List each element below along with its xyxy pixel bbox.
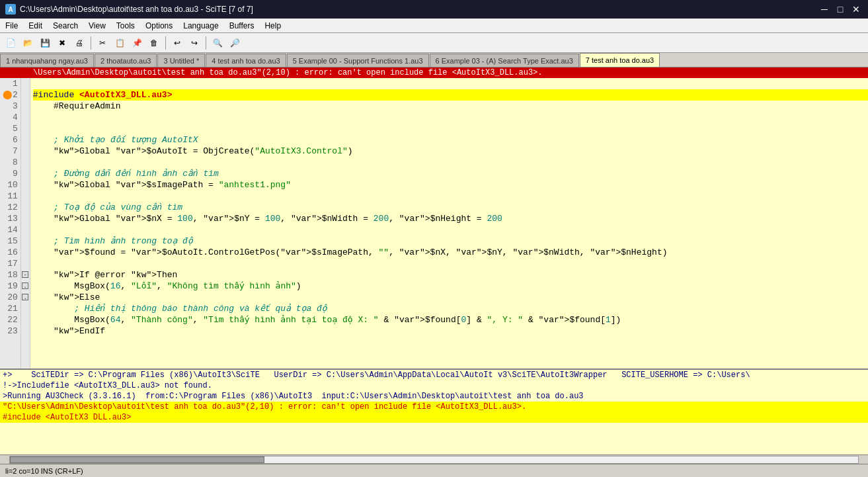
fold-marker-1 (21, 78, 30, 89)
fold-marker-4 (21, 112, 30, 123)
code-line-3: #RequireAdmin (33, 101, 868, 112)
undo-button[interactable]: ↩ (169, 35, 185, 51)
hscroll-thumb[interactable] (10, 456, 264, 463)
code-line-23: "kw">EndIf (33, 325, 868, 337)
delete-button[interactable]: 🗑 (146, 35, 162, 51)
line-number-6: 6 (3, 134, 18, 146)
code-line-18: "kw">If @error "kw">Then (33, 269, 868, 281)
tab-2[interactable]: 2 thoatauto.au3 (95, 54, 157, 67)
paste-button[interactable]: 📌 (129, 35, 145, 51)
menu-item-options[interactable]: Options (140, 19, 178, 32)
output-line: !->Includefile <AutoItX3_DLL.au3> not fo… (0, 380, 868, 391)
tab-7[interactable]: 7 test anh toa do.au3 (580, 53, 660, 67)
output-line: "C:\Users\Admin\Desktop\autoit\test anh … (0, 402, 868, 412)
app-icon: A (5, 4, 16, 15)
tab-bar: 1 nhanquahang ngay.au32 thoatauto.au33 U… (0, 53, 868, 67)
status-text: li=2 co=10 INS (CR+LF) (5, 467, 83, 475)
fold-marker-12 (21, 202, 30, 213)
line-number-17: 17 (3, 258, 18, 269)
fold-marker-23 (21, 325, 30, 337)
code-content[interactable]: #include <AutoItX3_DLL.au3> #RequireAdmi… (30, 78, 868, 369)
menu-item-language[interactable]: Language (178, 19, 223, 32)
fold-gutter: -.. (21, 78, 30, 369)
tab-5[interactable]: 5 Example 00 - Support Functions 1.au3 (287, 54, 429, 67)
fold-marker-15 (21, 236, 30, 247)
line-number-20: 20 (3, 292, 18, 303)
menu-item-edit[interactable]: Edit (23, 19, 48, 32)
fold-marker-22 (21, 314, 30, 325)
code-editor[interactable]: 1⬤234567891011121314151617181920212223 -… (0, 78, 868, 369)
close-button[interactable]: ✕ (849, 3, 863, 16)
code-line-2: #include <AutoItX3_DLL.au3> (33, 89, 868, 101)
line-number-2: ⬤2 (3, 89, 18, 101)
fold-marker-10 (21, 179, 30, 191)
fold-marker-8 (21, 157, 30, 168)
fold-marker-7 (21, 146, 30, 157)
line-number-7: 7 (3, 146, 18, 157)
line-number-21: 21 (3, 303, 18, 314)
horizontal-scrollbar[interactable] (0, 455, 868, 464)
fold-marker-16 (21, 247, 30, 258)
title-bar: A C:\Users\Admin\Desktop\autoit\test anh… (0, 0, 868, 19)
line-number-11: 11 (3, 191, 18, 202)
code-line-14 (33, 224, 868, 236)
maximize-button[interactable]: □ (834, 3, 847, 16)
code-line-13: "kw">Global "var">$nX = 100, "var">$nY =… (33, 213, 868, 224)
new-file-button[interactable]: 📄 (3, 35, 19, 51)
line-number-1: 1 (3, 78, 18, 89)
save-file-button[interactable]: 💾 (37, 35, 53, 51)
line-number-22: 22 (3, 314, 18, 325)
menu-item-file[interactable]: File (0, 19, 23, 32)
redo-button[interactable]: ↪ (186, 35, 202, 51)
toolbar-separator-1 (91, 36, 91, 50)
open-file-button[interactable]: 📂 (20, 35, 36, 51)
line-number-18: 18 (3, 269, 18, 281)
toolbar: 📄 📂 💾 ✖ 🖨 ✂ 📋 📌 🗑 ↩ ↪ 🔍 🔎 (0, 33, 868, 53)
menu-item-search[interactable]: Search (48, 19, 83, 32)
line-number-4: 4 (3, 112, 18, 123)
fold-box-20[interactable]: . (22, 294, 28, 300)
code-line-11 (33, 191, 868, 202)
line-number-19: 19 (3, 281, 18, 292)
code-line-7: "kw">Global "var">$oAutoIt = ObjCreate("… (33, 146, 868, 157)
editor-container: \Users\Admin\Desktop\autoit\test anh toa… (0, 67, 868, 369)
cut-button[interactable]: ✂ (95, 35, 110, 51)
menu-item-view[interactable]: View (83, 19, 111, 32)
fold-marker-2 (21, 89, 30, 101)
fold-box-18[interactable]: - (22, 271, 28, 278)
fold-box-19[interactable]: . (22, 282, 28, 289)
fold-marker-21 (21, 303, 30, 314)
menu-item-tools[interactable]: Tools (111, 19, 140, 32)
fold-marker-17 (21, 258, 30, 269)
tab-1[interactable]: 1 nhanquahang ngay.au3 (0, 54, 94, 67)
fold-marker-11 (21, 191, 30, 202)
tab-3[interactable]: 3 Untitled * (157, 54, 205, 67)
tab-4[interactable]: 4 test anh toa do.au3 (206, 54, 286, 67)
minimize-button[interactable]: ─ (818, 3, 831, 16)
fold-marker-18[interactable]: - (21, 269, 30, 281)
menu-item-buffers[interactable]: Buffers (224, 19, 260, 32)
hscroll-track[interactable] (9, 456, 859, 464)
tab-6[interactable]: 6 Example 03 - (A) Search Type Exact.au3 (430, 54, 579, 67)
menu-bar: FileEditSearchViewToolsOptionsLanguageBu… (0, 19, 868, 33)
line-number-10: 10 (3, 179, 18, 191)
fold-marker-19[interactable]: . (21, 281, 30, 292)
find-next-button[interactable]: 🔎 (227, 35, 243, 51)
menu-item-help[interactable]: Help (259, 19, 286, 32)
fold-marker-9 (21, 168, 30, 179)
code-line-8 (33, 157, 868, 168)
close-file-button[interactable]: ✖ (54, 35, 70, 51)
code-line-10: "kw">Global "var">$sImagePath = "anhtest… (33, 179, 868, 191)
code-line-15: ; Tìm hình ảnh trong toạ độ (33, 236, 868, 247)
fold-marker-20[interactable]: . (21, 292, 30, 303)
code-line-1 (33, 78, 868, 89)
code-line-22: MsgBox(64, "Thành công", "Tìm thấy hình … (33, 314, 868, 325)
line-number-23: 23 (3, 325, 18, 337)
status-bar: li=2 co=10 INS (CR+LF) (0, 464, 868, 477)
line-number-3: 3 (3, 101, 18, 112)
output-line: >Running AU3Check (3.3.16.1) from:C:\Pro… (0, 391, 868, 402)
print-button[interactable]: 🖨 (71, 35, 87, 51)
find-button[interactable]: 🔍 (210, 35, 225, 51)
copy-button[interactable]: 📋 (112, 35, 128, 51)
code-line-17 (33, 258, 868, 269)
